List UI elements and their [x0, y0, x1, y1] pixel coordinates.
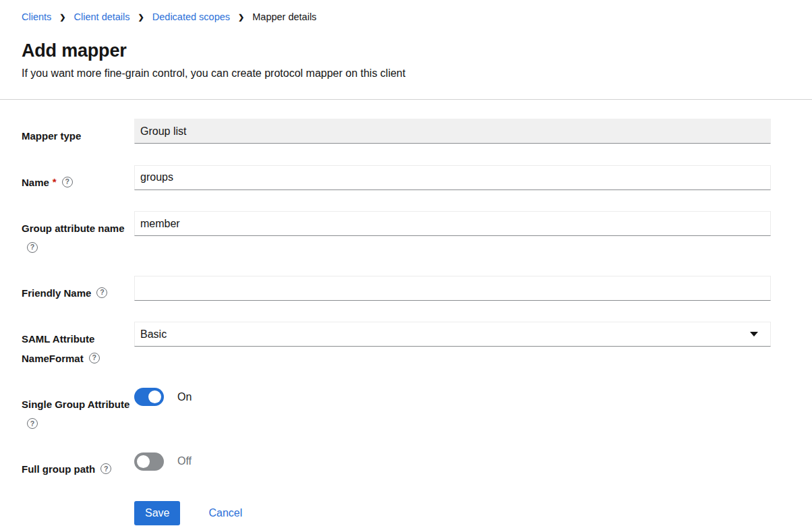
full-group-path-row: Full group path? Off [22, 452, 771, 478]
help-icon[interactable]: ? [100, 463, 111, 474]
saml-attribute-nameformat-selected-value: Basic [140, 328, 167, 341]
single-group-attribute-label-text: Single Group Attribute [22, 399, 129, 410]
friendly-name-row: Friendly Name? [22, 276, 771, 302]
mapper-type-label: Mapper type [22, 119, 134, 145]
switch-knob [137, 455, 150, 468]
group-attribute-name-row: Group attribute name? [22, 211, 771, 256]
page-title: Add mapper [22, 40, 790, 61]
help-icon[interactable]: ? [27, 242, 38, 253]
breadcrumb-item-clients[interactable]: Clients [22, 11, 51, 23]
single-group-attribute-row: Single Group Attribute? On [22, 387, 771, 432]
full-group-path-label-text: Full group path [22, 463, 95, 474]
group-attribute-name-input[interactable] [134, 211, 771, 236]
breadcrumb: Clients ❯ Client details ❯ Dedicated sco… [22, 11, 790, 23]
mapper-type-row: Mapper type [22, 119, 771, 145]
saml-attribute-nameformat-label: SAML Attribute NameFormat? [22, 322, 134, 367]
breadcrumb-item-client-details[interactable]: Client details [74, 11, 130, 23]
group-attribute-name-label-text: Group attribute name [22, 223, 125, 234]
mapper-type-label-text: Mapper type [22, 130, 81, 142]
help-icon[interactable]: ? [89, 353, 100, 363]
friendly-name-label: Friendly Name? [22, 276, 134, 302]
cancel-button[interactable]: Cancel [208, 507, 242, 519]
required-indicator: * [53, 176, 57, 187]
page-header: Clients ❯ Client details ❯ Dedicated sco… [0, 0, 812, 99]
single-group-attribute-toggle[interactable] [134, 388, 164, 406]
name-row: Name*? [22, 165, 771, 192]
help-icon[interactable]: ? [62, 177, 73, 187]
saml-attribute-nameformat-row: SAML Attribute NameFormat? Basic [22, 322, 771, 367]
full-group-path-toggle[interactable] [134, 452, 164, 471]
saml-attribute-nameformat-select[interactable]: Basic [134, 322, 771, 347]
full-group-path-state: Off [177, 455, 192, 467]
breadcrumb-item-dedicated-scopes[interactable]: Dedicated scopes [152, 11, 230, 23]
saml-attribute-nameformat-label-text: SAML Attribute NameFormat [22, 333, 94, 364]
breadcrumb-item-mapper-details: Mapper details [252, 11, 316, 23]
form-actions: Save Cancel [134, 501, 771, 526]
help-icon[interactable]: ? [27, 418, 38, 429]
caret-down-icon [750, 332, 758, 337]
add-mapper-form: Mapper type Name*? Group attribute name?… [0, 100, 812, 526]
friendly-name-input[interactable] [134, 276, 771, 301]
mapper-type-input [134, 119, 771, 144]
chevron-right-icon: ❯ [138, 11, 144, 23]
single-group-attribute-state: On [177, 391, 192, 403]
name-label-text: Name [22, 176, 49, 187]
friendly-name-label-text: Friendly Name [22, 287, 91, 298]
switch-knob [148, 390, 161, 403]
chevron-right-icon: ❯ [238, 11, 244, 23]
help-icon[interactable]: ? [96, 287, 107, 298]
single-group-attribute-label: Single Group Attribute? [22, 387, 134, 432]
group-attribute-name-label: Group attribute name? [22, 211, 134, 256]
save-button[interactable]: Save [134, 501, 180, 525]
page-subtitle: If you want more fine-grain control, you… [22, 67, 790, 99]
name-input[interactable] [134, 165, 771, 190]
full-group-path-label: Full group path? [22, 452, 134, 478]
name-label: Name*? [22, 165, 134, 192]
chevron-right-icon: ❯ [59, 11, 65, 23]
